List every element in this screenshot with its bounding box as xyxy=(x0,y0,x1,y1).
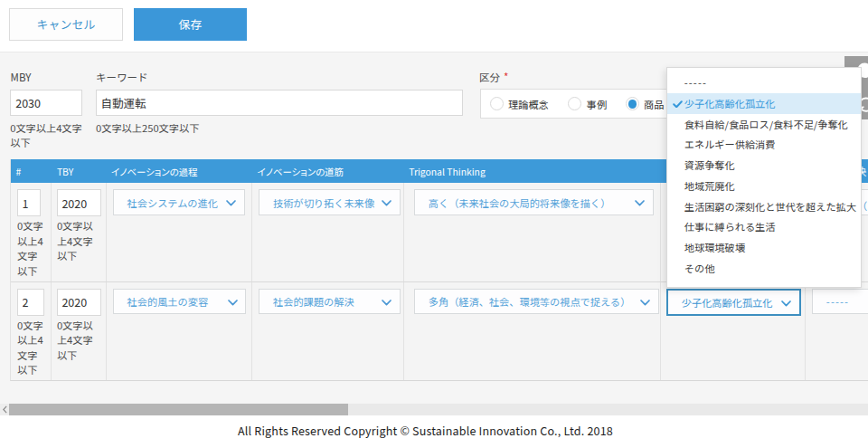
table-cell: 0文字以上4文字以下 xyxy=(52,282,106,380)
row2-num-input[interactable] xyxy=(17,289,44,316)
table-cell: 技術が切り拓く未来像 xyxy=(252,183,404,281)
row2-trigonal-select[interactable]: 多角（経済、社会、環境等の視点で捉える） xyxy=(414,289,659,315)
row1-path-select[interactable]: 技術が切り拓く未来像 xyxy=(259,189,401,215)
row1-num-helper: 0文字以上4文字以下 xyxy=(17,218,46,278)
row1-trigonal-select[interactable]: 高く（未来社会の大局的将来像を描く） xyxy=(414,189,654,215)
scrollbar-thumb[interactable] xyxy=(9,404,348,415)
category-dropdown-menu: ----- 少子化高齢化孤立化 食料自給/食品ロス/食料不足/争奪化 エネルギー… xyxy=(666,67,862,288)
chevron-left-icon xyxy=(3,405,7,414)
kubun-label: 区分* xyxy=(479,70,508,84)
mby-input[interactable] xyxy=(10,90,82,116)
table-cell: 社会的風土の変容 xyxy=(107,282,253,380)
required-asterisk: * xyxy=(504,70,508,84)
radio-jirei[interactable]: 事例 xyxy=(568,97,607,111)
col-header-process: イノベーションの過程 xyxy=(107,165,253,178)
col-header-trigonal: Trigonal Thinking xyxy=(404,165,661,178)
row2-num-helper: 0文字以上4文字以下 xyxy=(17,318,46,377)
table-cell: 0文字以上4文字以下 xyxy=(11,183,52,281)
select-value: ----- xyxy=(826,294,849,309)
table-cell: 社会的課題の解決 xyxy=(252,282,404,380)
select-value: 少子化高齢化孤立化 xyxy=(682,295,773,310)
radio-label: 商品 xyxy=(644,97,664,111)
save-button[interactable]: 保存 xyxy=(134,8,247,41)
row2-tby-input[interactable] xyxy=(57,289,101,316)
row1-tby-input[interactable] xyxy=(57,189,101,216)
chevron-down-icon xyxy=(635,200,645,206)
chevron-down-icon xyxy=(640,300,650,306)
keyword-input[interactable] xyxy=(96,90,463,116)
table-cell: 高く（未来社会の大局的将来像を描く） xyxy=(404,183,661,281)
keyword-label: キーワード xyxy=(96,70,148,84)
table-row: 0文字以上4文字以下 0文字以上4文字以下 社会的風土の変容 社会的課題の解決 … xyxy=(11,281,868,380)
checkmark-icon xyxy=(673,100,683,109)
toolbar: キャンセル 保存 xyxy=(0,0,868,52)
radio-circle-checked-icon[interactable] xyxy=(626,97,639,110)
chevron-down-icon xyxy=(228,300,238,306)
mby-label: MBY xyxy=(11,70,32,84)
radio-label: 理論概念 xyxy=(508,97,549,111)
chevron-down-icon xyxy=(382,300,392,306)
col-header-path: イノベーションの道筋 xyxy=(252,165,404,178)
row1-process-select[interactable]: 社会システムの進化 xyxy=(113,189,245,215)
row1-num-input[interactable] xyxy=(17,189,41,216)
menu-item[interactable]: 地域荒廃化 xyxy=(667,176,861,196)
select-value: 社会的課題の解決 xyxy=(273,294,354,309)
col-header-tby: TBY xyxy=(52,165,106,178)
horizontal-scrollbar[interactable] xyxy=(0,404,868,415)
radio-rironngainen[interactable]: 理論概念 xyxy=(490,97,549,111)
menu-item-selected[interactable]: 少子化高齢化孤立化 xyxy=(667,93,861,114)
menu-item-label: 少子化高齢化孤立化 xyxy=(684,96,776,110)
table-cell: 社会システムの進化 xyxy=(107,183,253,281)
row2-process-select[interactable]: 社会的風土の変容 xyxy=(113,289,247,315)
copyright-footer: All Rights Reserved Copyright © Sustaina… xyxy=(0,422,851,439)
table-cell: 少子化高齢化孤立化 xyxy=(661,282,807,380)
menu-item[interactable]: その他 xyxy=(667,258,861,279)
menu-item[interactable]: エネルギー供給消費 xyxy=(667,134,861,155)
cancel-button[interactable]: キャンセル xyxy=(9,8,123,41)
menu-item[interactable]: ----- xyxy=(667,72,861,93)
table-cell: 0文字以上4文字以下 xyxy=(52,183,106,281)
row2-category-select[interactable]: 少子化高齢化孤立化 xyxy=(666,289,801,316)
select-value: 高く（未来社会の大局的将来像を描く） xyxy=(429,195,610,210)
chevron-down-icon xyxy=(382,200,392,206)
select-value: 社会的風土の変容 xyxy=(127,294,209,309)
mby-helper: 0文字以上4文字以下 xyxy=(10,120,88,150)
radio-label: 事例 xyxy=(586,97,606,111)
radio-circle-icon[interactable] xyxy=(490,97,504,110)
table-cell: ----- xyxy=(806,282,868,380)
select-value: 多角（経済、社会、環境等の視点で捉える） xyxy=(429,294,630,310)
table-cell: 多角（経済、社会、環境等の視点で捉える） xyxy=(404,282,661,380)
scroll-left-button[interactable] xyxy=(0,404,9,415)
radio-shouhin[interactable]: 商品 xyxy=(626,97,665,111)
menu-item[interactable]: 食料自給/食品ロス/食料不足/争奪化 xyxy=(667,114,861,135)
radio-circle-icon[interactable] xyxy=(568,97,581,110)
keyword-helper: 0文字以上250文字以下 xyxy=(96,120,295,135)
chevron-down-icon xyxy=(226,200,236,206)
row2-path-select[interactable]: 社会的課題の解決 xyxy=(259,289,401,315)
kubun-label-text: 区分 xyxy=(479,70,500,84)
menu-item[interactable]: 生活困窮の深刻化と世代を超えた拡大 xyxy=(667,196,861,217)
table-cell: 0文字以上4文字以下 xyxy=(11,282,52,380)
menu-item[interactable]: 仕事に縛られる生活 xyxy=(667,216,861,237)
select-value: 社会システムの進化 xyxy=(127,195,218,210)
col-header-num: # xyxy=(11,165,52,178)
row2-tby-helper: 0文字以上4文字以下 xyxy=(57,318,99,362)
select-value: 技術が切り拓く未来像 xyxy=(273,195,374,210)
chevron-down-icon xyxy=(781,300,791,307)
row1-tby-helper: 0文字以上4文字以下 xyxy=(57,218,99,262)
row2-extra-select[interactable]: ----- xyxy=(812,289,868,315)
menu-item[interactable]: 資源争奪化 xyxy=(667,155,861,176)
menu-item[interactable]: 地球環境破壊 xyxy=(667,237,861,258)
